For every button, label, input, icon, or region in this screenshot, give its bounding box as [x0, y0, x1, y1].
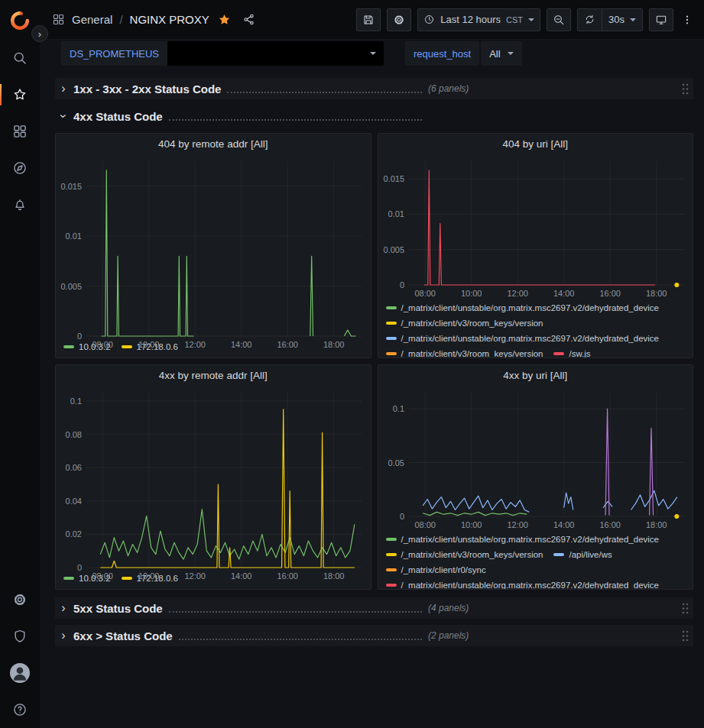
row-1xx-3xx-2xx-status-code[interactable]: › 1xx - 3xx - 2xx Status Code (6 panels) [55, 78, 693, 99]
zoom-out-magnifier-icon [553, 14, 565, 26]
sidebar-item-alerting[interactable] [0, 186, 40, 223]
svg-text:0.015: 0.015 [60, 182, 82, 191]
row-panel-count: (6 panels) [428, 83, 469, 94]
chart-canvas[interactable]: 08:0010:0012:0014:0016:0018:0000.0050.01… [56, 155, 371, 351]
sidebar-item-dashboards[interactable] [0, 113, 40, 150]
row-5xx-status-code[interactable]: › 5xx Status Code (4 panels) [55, 597, 693, 619]
svg-text:0.02: 0.02 [66, 529, 82, 539]
legend-label: /_matrix/client/unstable/org.matrix.msc2… [401, 579, 660, 589]
svg-text:0.08: 0.08 [66, 430, 82, 439]
svg-text:10:00: 10:00 [460, 520, 482, 529]
share-dashboard-button[interactable] [242, 13, 255, 26]
legend-item[interactable]: /_matrix/client/v3/room_keys/version [386, 348, 543, 358]
chart-canvas[interactable]: 08:0010:0012:0014:0016:0018:0000.020.040… [56, 387, 371, 583]
row-4xx-status-code[interactable]: › 4xx Status Code [55, 105, 693, 127]
sidebar-item-search[interactable] [0, 40, 40, 76]
svg-text:0.015: 0.015 [383, 174, 404, 183]
avatar [10, 663, 30, 683]
row-6xx-status-code[interactable]: › 6xx > Status Code (2 panels) [55, 625, 693, 646]
chart-legend: /_matrix/client/unstable/org.matrix.msc2… [378, 300, 693, 358]
caret-down-icon [370, 52, 376, 55]
legend-item[interactable]: /_matrix/client/unstable/org.matrix.msc2… [386, 579, 660, 589]
breadcrumb-section[interactable]: General [72, 13, 112, 26]
favorite-star-button[interactable] [218, 13, 231, 26]
time-range-picker[interactable]: Last 12 hours CST [417, 8, 540, 31]
legend-swatch-icon [386, 352, 397, 355]
legend-item[interactable]: /_matrix/client/v3/room_keys/version [386, 548, 543, 561]
timezone-label: CST [506, 15, 523, 24]
zoom-out-button[interactable] [547, 8, 571, 31]
svg-text:0: 0 [399, 512, 404, 521]
drag-handle-icon[interactable] [682, 630, 689, 642]
dotted-leader [227, 92, 422, 93]
request-host-variable-value: All [489, 48, 500, 60]
panel-title[interactable]: 404 by uri [All] [378, 134, 693, 155]
legend-swatch-icon [386, 538, 397, 541]
chart-404-by-uri[interactable]: 08:0010:0012:0014:0016:0018:0000.0050.01… [378, 155, 693, 300]
legend-item[interactable]: /api/live/ws [553, 548, 612, 561]
legend-item[interactable]: /_matrix/client/v3/room_keys/version [386, 317, 543, 329]
chart-4xx-by-remote-addr[interactable]: 08:0010:0012:0014:0016:0018:0000.020.040… [56, 387, 371, 571]
chart-4xx-by-uri[interactable]: 08:0010:0012:0014:0016:0018:0000.050.1 [378, 387, 693, 532]
dashboard-title[interactable]: NGINX PROXY [130, 13, 209, 26]
legend-item[interactable]: /sw.js [553, 348, 590, 358]
svg-text:12:00: 12:00 [184, 571, 206, 581]
sidebar-item-server-admin[interactable] [0, 618, 40, 655]
dashboard-settings-button[interactable] [387, 8, 411, 31]
main-area: General / NGINX PROXY [40, 0, 704, 728]
datasource-variable-dropdown[interactable] [167, 41, 384, 66]
legend-item[interactable]: /_matrix/client/unstable/org.matrix.msc2… [386, 332, 660, 345]
legend-item[interactable]: /_matrix/client/unstable/org.matrix.msc2… [386, 302, 660, 314]
panel-4xx-by-remote-addr: 4xx by remote addr [All] 08:0010:0012:00… [55, 364, 371, 590]
panel-title[interactable]: 404 by remote addr [All] [56, 134, 371, 155]
svg-text:0.06: 0.06 [66, 463, 82, 472]
star-icon [12, 87, 28, 102]
chevron-right-icon: › [57, 629, 70, 642]
search-icon [12, 50, 28, 66]
gear-icon [12, 592, 28, 607]
svg-text:0.01: 0.01 [66, 231, 82, 241]
grafana-logo-icon [10, 10, 30, 30]
refresh-button[interactable] [578, 9, 602, 31]
legend-item[interactable]: /_matrix/client/unstable/org.matrix.msc2… [386, 533, 660, 545]
legend-label: /sw.js [569, 348, 590, 358]
sidebar-item-profile[interactable] [0, 655, 40, 691]
svg-text:18:00: 18:00 [323, 571, 345, 581]
gear-icon [393, 14, 405, 26]
legend-item[interactable]: /_matrix/client/r0/sync [386, 564, 486, 576]
sidebar-item-explore[interactable] [0, 150, 40, 186]
sidebar-item-configuration[interactable] [0, 581, 40, 618]
tv-mode-button[interactable] [649, 8, 673, 31]
panel-404-by-uri: 404 by uri [All] 08:0010:0012:0014:0016:… [378, 133, 694, 358]
dotted-leader [179, 639, 422, 640]
drag-handle-icon[interactable] [682, 83, 689, 95]
breadcrumb: General / NGINX PROXY [52, 13, 255, 26]
bell-icon [12, 197, 28, 212]
legend-label: /_matrix/client/v3/room_keys/version [401, 548, 543, 561]
row-title: 5xx Status Code [73, 602, 163, 615]
request-host-variable-label[interactable]: request_host [405, 41, 479, 66]
chevron-right-icon: › [38, 29, 41, 39]
panel-title[interactable]: 4xx by remote addr [All] [56, 365, 371, 387]
save-dashboard-button[interactable] [356, 8, 381, 31]
sidebar-expand-button[interactable]: › [31, 25, 48, 42]
refresh-interval-dropdown[interactable]: 30s [602, 9, 642, 31]
chart-canvas[interactable]: 08:0010:0012:0014:0016:0018:0000.0050.01… [378, 155, 693, 300]
refresh-interval-label: 30s [608, 14, 625, 25]
panel-title[interactable]: 4xx by uri [All] [378, 365, 693, 387]
request-host-variable-dropdown[interactable]: All [481, 41, 521, 66]
svg-text:10:00: 10:00 [460, 289, 482, 298]
sidebar-item-starred[interactable] [0, 76, 40, 113]
drag-handle-icon[interactable] [682, 603, 689, 614]
more-menu-button[interactable] [680, 13, 695, 27]
grafana-app: › [0, 0, 704, 728]
legend-swatch-icon [553, 352, 564, 355]
datasource-variable-label[interactable]: DS_PROMETHEUS [61, 41, 167, 66]
topbar: General / NGINX PROXY [40, 0, 704, 40]
dashboard-apps-icon [52, 13, 65, 26]
chart-canvas[interactable]: 08:0010:0012:0014:0016:0018:0000.050.1 [378, 387, 693, 532]
sidebar-item-help[interactable] [0, 691, 40, 728]
chart-404-by-remote-addr[interactable]: 08:0010:0012:0014:0016:0018:0000.0050.01… [56, 155, 371, 339]
row-title: 1xx - 3xx - 2xx Status Code [73, 83, 221, 95]
tv-monitor-icon [655, 14, 667, 26]
